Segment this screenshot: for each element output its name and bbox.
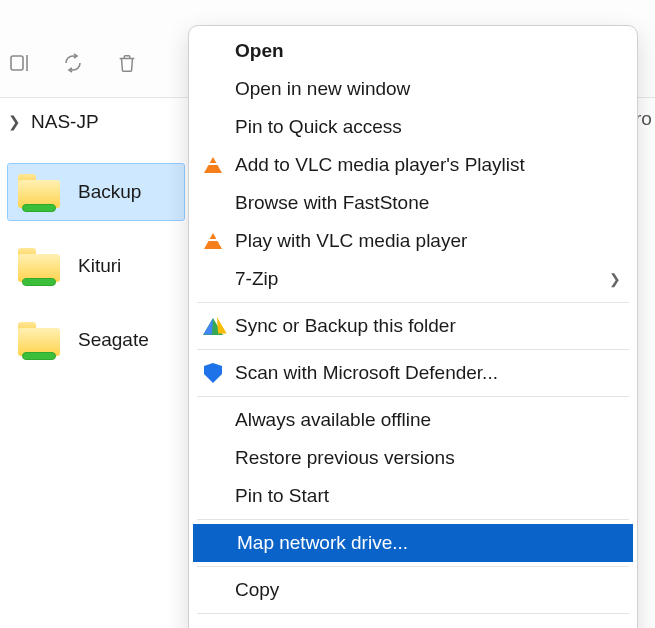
menu-item-sync-backup[interactable]: Sync or Backup this folder [191,307,635,345]
breadcrumb-item[interactable]: NAS-JP [31,111,99,133]
blank-icon [201,484,225,508]
menu-item-open-new-window[interactable]: Open in new window [191,70,635,108]
menu-item-defender-scan[interactable]: Scan with Microsoft Defender... [191,354,635,392]
menu-separator [197,613,629,614]
menu-item-pin-start[interactable]: Pin to Start [191,477,635,515]
svg-rect-0 [11,56,23,70]
menu-item-map-network-drive[interactable]: Map network drive... [193,524,633,562]
menu-item-browse-faststone[interactable]: Browse with FastStone [191,184,635,222]
vlc-icon [201,229,225,253]
menu-separator [197,396,629,397]
menu-item-restore-versions[interactable]: Restore previous versions [191,439,635,477]
menu-item-copy[interactable]: Copy [191,571,635,609]
menu-item-always-offline[interactable]: Always available offline [191,401,635,439]
menu-separator [197,349,629,350]
blank-icon [203,531,227,555]
menu-separator [197,519,629,520]
chevron-right-icon: ❯ [609,271,621,287]
vlc-icon [201,153,225,177]
delete-icon[interactable] [114,50,140,76]
menu-item-create-shortcut[interactable]: Create shortcut [191,618,635,628]
menu-item-open[interactable]: Open [191,32,635,70]
blank-icon [201,191,225,215]
blank-icon [201,39,225,63]
blank-icon [201,446,225,470]
cutoff-text: ro [635,98,655,146]
rename-icon[interactable] [6,50,32,76]
network-folder-icon [18,322,60,358]
folder-label: Seagate [78,329,149,351]
menu-separator [197,566,629,567]
menu-item-add-vlc-playlist[interactable]: Add to VLC media player's Playlist [191,146,635,184]
network-folder-icon [18,248,60,284]
menu-item-play-vlc[interactable]: Play with VLC media player [191,222,635,260]
blank-icon [201,408,225,432]
chevron-right-icon: ❯ [8,113,21,131]
google-drive-icon [201,314,225,338]
menu-separator [197,302,629,303]
folder-label: Kituri [78,255,121,277]
blank-icon [201,267,225,291]
folder-item-backup[interactable]: Backup [8,164,184,220]
context-menu: Open Open in new window Pin to Quick acc… [188,25,638,628]
blank-icon [201,578,225,602]
folder-item-kituri[interactable]: Kituri [8,238,184,294]
defender-shield-icon [201,361,225,385]
blank-icon [201,77,225,101]
folder-label: Backup [78,181,141,203]
menu-item-pin-quick-access[interactable]: Pin to Quick access [191,108,635,146]
folder-item-seagate[interactable]: Seagate [8,312,184,368]
network-folder-icon [18,174,60,210]
menu-item-7zip[interactable]: 7-Zip ❯ [191,260,635,298]
blank-icon [201,115,225,139]
mini-toolbar [6,50,140,76]
share-icon[interactable] [60,50,86,76]
